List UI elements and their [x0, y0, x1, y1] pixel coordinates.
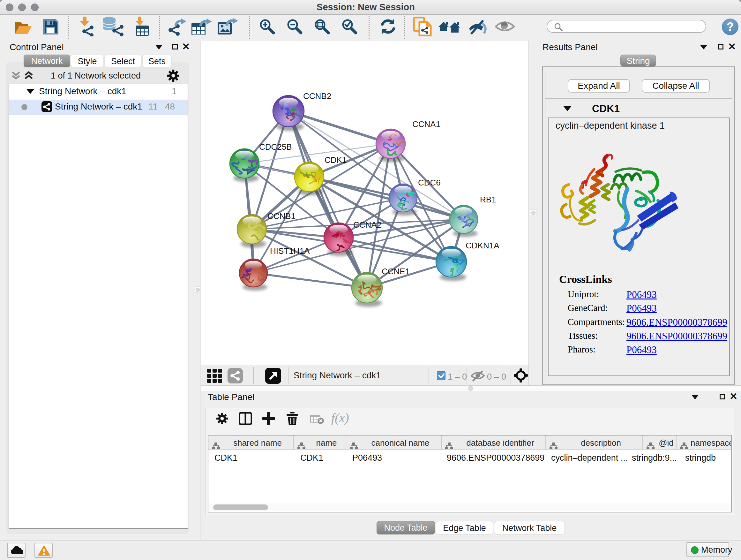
svg-text:CDKN1A: CDKN1A [466, 241, 499, 250]
svg-text:CCNE1: CCNE1 [382, 266, 410, 276]
svg-text:CDC6: CDC6 [418, 178, 441, 187]
svg-text:CDK1: CDK1 [325, 155, 347, 165]
svg-text:CCNA2: CCNA2 [353, 220, 381, 230]
svg-text:CCNB2: CCNB2 [303, 91, 331, 101]
svg-text:RB1: RB1 [480, 195, 496, 204]
svg-text:CCNB1: CCNB1 [267, 211, 295, 221]
svg-text:CDC25B: CDC25B [259, 142, 292, 152]
svg-text:CCNA1: CCNA1 [412, 119, 441, 129]
svg-text:HIST1H1A: HIST1H1A [270, 246, 310, 256]
